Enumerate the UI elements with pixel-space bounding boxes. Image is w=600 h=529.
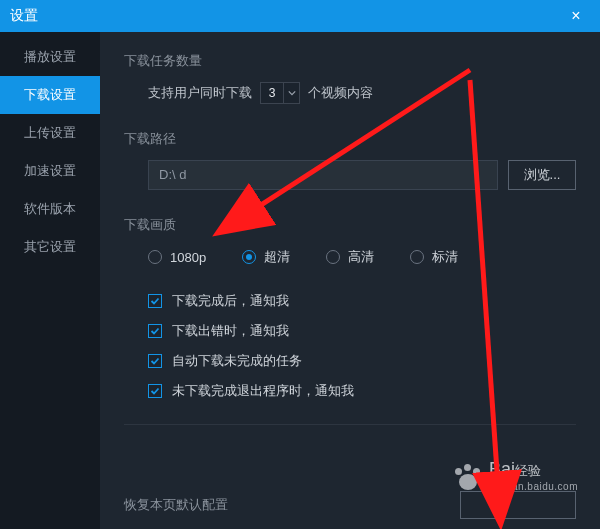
check-label: 自动下载未完成的任务 (172, 352, 302, 370)
sidebar-item-upload[interactable]: 上传设置 (0, 114, 100, 152)
radio-circle-icon (326, 250, 340, 264)
checkmark-icon (148, 384, 162, 398)
radio-sd[interactable]: 标清 (410, 248, 458, 266)
quality-radio-group: 1080p 超清 高清 标清 (148, 248, 576, 266)
radio-hd[interactable]: 高清 (326, 248, 374, 266)
radio-super[interactable]: 超清 (242, 248, 290, 266)
restore-defaults-label: 恢复本页默认配置 (124, 496, 228, 514)
radio-circle-icon (410, 250, 424, 264)
checkbox-group: 下载完成后，通知我 下载出错时，通知我 自动下载未完成的任务 未下载完成退出程序… (148, 292, 576, 400)
radio-1080p[interactable]: 1080p (148, 250, 206, 265)
browse-button[interactable]: 浏览... (508, 160, 576, 190)
check-notify-done[interactable]: 下载完成后，通知我 (148, 292, 576, 310)
radio-label: 超清 (264, 248, 290, 266)
section-quality: 下载画质 (124, 216, 576, 234)
checkmark-icon (148, 294, 162, 308)
count-prefix: 支持用户同时下载 (148, 84, 252, 102)
sidebar: 播放设置 下载设置 上传设置 加速设置 软件版本 其它设置 (0, 32, 100, 529)
count-value: 3 (261, 86, 283, 100)
radio-circle-icon (148, 250, 162, 264)
check-notify-exit[interactable]: 未下载完成退出程序时，通知我 (148, 382, 576, 400)
check-label: 未下载完成退出程序时，通知我 (172, 382, 354, 400)
count-suffix: 个视频内容 (308, 84, 373, 102)
check-notify-error[interactable]: 下载出错时，通知我 (148, 322, 576, 340)
close-icon[interactable]: × (562, 7, 590, 25)
section-path: 下载路径 (124, 130, 576, 148)
section-task-count: 下载任务数量 (124, 52, 576, 70)
content-panel: 下载任务数量 支持用户同时下载 3 个视频内容 下载路径 D:\ d 浏览... (100, 32, 600, 529)
checkmark-icon (148, 354, 162, 368)
window-title: 设置 (10, 7, 562, 25)
download-path-input[interactable]: D:\ d (148, 160, 498, 190)
radio-label: 标清 (432, 248, 458, 266)
brand-zh: 经验 (515, 463, 541, 478)
titlebar: 设置 × (0, 0, 600, 32)
watermark: Bai经验 jingyan.baidu.com (453, 460, 578, 493)
radio-circle-icon (242, 250, 256, 264)
check-label: 下载出错时，通知我 (172, 322, 289, 340)
chevron-down-icon[interactable] (283, 83, 299, 103)
sidebar-item-accel[interactable]: 加速设置 (0, 152, 100, 190)
count-stepper[interactable]: 3 (260, 82, 300, 104)
radio-label: 高清 (348, 248, 374, 266)
paw-icon (453, 464, 483, 490)
footer-button[interactable] (460, 491, 576, 519)
sidebar-item-version[interactable]: 软件版本 (0, 190, 100, 228)
divider (124, 424, 576, 425)
checkmark-icon (148, 324, 162, 338)
sidebar-item-download[interactable]: 下载设置 (0, 76, 100, 114)
sidebar-item-playback[interactable]: 播放设置 (0, 38, 100, 76)
brand-en: Bai (489, 459, 515, 479)
radio-label: 1080p (170, 250, 206, 265)
sidebar-item-other[interactable]: 其它设置 (0, 228, 100, 266)
check-auto-resume[interactable]: 自动下载未完成的任务 (148, 352, 576, 370)
check-label: 下载完成后，通知我 (172, 292, 289, 310)
